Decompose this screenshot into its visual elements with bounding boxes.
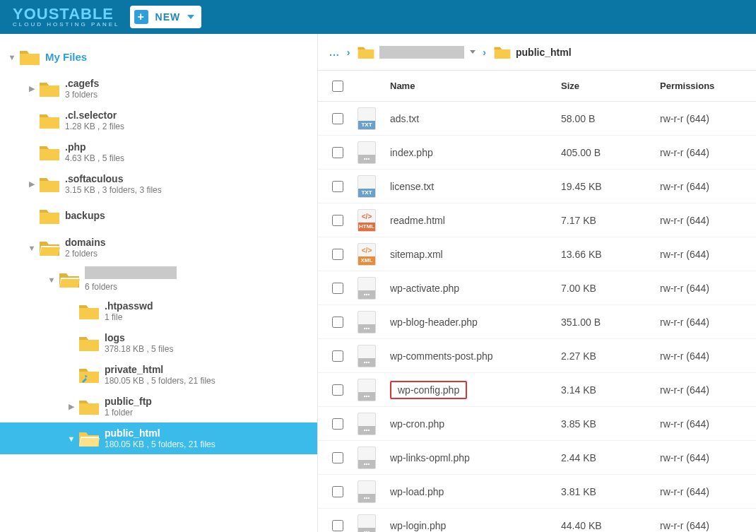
row-checkbox[interactable]: [332, 113, 343, 124]
tree-root[interactable]: ▼ My Files: [0, 41, 317, 73]
row-checkbox[interactable]: [332, 317, 343, 328]
file-icon: [358, 141, 376, 164]
tree-item[interactable]: .php4.63 KB , 5 files: [0, 136, 317, 168]
row-checkbox[interactable]: [332, 486, 343, 497]
chevron-down-icon[interactable]: ▼: [25, 244, 38, 252]
file-permissions: rw-r-r (644): [660, 486, 745, 497]
tree-item-name: .cl.selector: [65, 109, 124, 122]
tree-item[interactable]: ▶ .softaculous3.15 KB , 3 folders, 3 fil…: [0, 168, 317, 200]
table-row[interactable]: readme.html7.17 KBrw-r-r (644): [318, 203, 756, 237]
main-panel: ... › › public_html Name Size Permission…: [318, 34, 756, 532]
folder-icon: [58, 271, 81, 289]
column-header-size[interactable]: Size: [561, 81, 660, 91]
file-name: wp-config.php: [390, 381, 467, 399]
tree-item-name: .cagefs: [65, 77, 99, 90]
tree-item[interactable]: ▼ public_html180.05 KB , 5 folders, 21 f…: [0, 422, 317, 454]
file-icon: [358, 107, 376, 130]
breadcrumb-ellipsis[interactable]: ...: [329, 47, 340, 58]
folder-icon: [38, 143, 61, 162]
file-icon: [358, 243, 376, 266]
file-size: 19.45 KB: [561, 181, 660, 192]
table-row[interactable]: license.txt19.45 KBrw-r-r (644): [318, 170, 756, 203]
row-checkbox[interactable]: [332, 418, 343, 430]
header-bar: YOUSTABLE CLOUD HOSTING PANEL + NEW: [0, 0, 756, 34]
tree-item-meta: 3 folders: [65, 90, 99, 101]
tree-item[interactable]: .htpasswd1 file: [0, 295, 317, 327]
file-name: wp-links-opml.php: [390, 452, 470, 463]
folder-icon: [78, 398, 100, 416]
table-row[interactable]: wp-links-opml.php2.44 KBrw-r-r (644): [318, 441, 756, 475]
row-checkbox[interactable]: [332, 520, 343, 531]
table-row[interactable]: sitemap.xml13.66 KBrw-r-r (644): [318, 237, 756, 271]
tree-item[interactable]: logs378.18 KB , 5 files: [0, 327, 317, 359]
chevron-right-icon: ›: [347, 47, 350, 58]
tree-item[interactable]: ▶ .cagefs3 folders: [0, 73, 317, 105]
tree-item-meta: 2 folders: [65, 249, 106, 260]
table-row[interactable]: wp-activate.php7.00 KBrw-r-r (644): [318, 271, 756, 305]
row-checkbox[interactable]: [332, 181, 343, 192]
new-button[interactable]: + NEW: [130, 6, 202, 28]
tree-item-meta: 6 folders: [85, 282, 177, 293]
tree-item-meta: 3.15 KB , 3 folders, 3 files: [65, 185, 162, 196]
tree-item-meta: 1 file: [105, 312, 153, 324]
file-size: 58.00 B: [561, 113, 660, 124]
breadcrumb-domain[interactable]: [357, 45, 476, 60]
file-permissions: rw-r-r (644): [660, 283, 745, 294]
table-row[interactable]: wp-load.php3.81 KBrw-r-r (644): [318, 475, 756, 509]
chevron-right-icon[interactable]: ▶: [25, 179, 38, 189]
file-size: 3.85 KB: [561, 418, 660, 430]
table-row[interactable]: wp-login.php44.40 KBrw-r-r (644): [318, 509, 756, 532]
table-row[interactable]: wp-cron.php3.85 KBrw-r-r (644): [318, 407, 756, 441]
chevron-down-icon[interactable]: ▼: [45, 276, 58, 284]
table-row[interactable]: ads.txt58.00 Brw-r-r (644): [318, 102, 756, 136]
tree-item[interactable]: ▶ public_ftp1 folder: [0, 391, 317, 422]
chevron-down-icon[interactable]: ▼: [6, 53, 18, 61]
content: ▼ My Files ▶ .cagefs3 folders .cl.select…: [0, 34, 756, 532]
tree-item[interactable]: backups: [0, 200, 317, 232]
row-checkbox[interactable]: [332, 350, 343, 362]
file-name: wp-cron.php: [390, 418, 444, 430]
folder-icon: [357, 45, 375, 60]
breadcrumb-current-label: public_html: [516, 47, 572, 58]
folder-icon: [38, 112, 61, 130]
tree-item[interactable]: private_html180.05 KB , 5 folders, 21 fi…: [0, 359, 317, 391]
chevron-right-icon[interactable]: ▶: [25, 84, 38, 93]
tree-item[interactable]: .cl.selector1.28 KB , 2 files: [0, 105, 317, 136]
folder-icon: [493, 45, 512, 60]
row-checkbox[interactable]: [332, 452, 343, 463]
file-permissions: rw-r-r (644): [660, 350, 745, 362]
chevron-down-icon[interactable]: [470, 50, 476, 54]
file-name: wp-load.php: [390, 486, 444, 497]
file-name: index.php: [390, 147, 433, 158]
file-permissions: rw-r-r (644): [660, 384, 745, 396]
row-checkbox[interactable]: [332, 384, 343, 396]
file-permissions: rw-r-r (644): [660, 317, 745, 328]
select-all-checkbox[interactable]: [332, 81, 343, 92]
row-checkbox[interactable]: [332, 249, 343, 260]
tree-item[interactable]: ▼ 6 folders: [0, 264, 317, 295]
column-header-permissions[interactable]: Permissions: [660, 81, 745, 91]
table-row[interactable]: wp-comments-post.php2.27 KBrw-r-r (644): [318, 339, 756, 373]
chevron-down-icon[interactable]: ▼: [65, 435, 78, 443]
file-size: 13.66 KB: [561, 249, 660, 260]
file-size: 405.00 B: [561, 147, 660, 158]
tree-item-meta: 4.63 KB , 5 files: [65, 153, 124, 165]
table-row[interactable]: wp-blog-header.php351.00 Brw-r-r (644): [318, 305, 756, 339]
file-permissions: rw-r-r (644): [660, 113, 745, 124]
file-name: sitemap.xml: [390, 249, 443, 260]
file-name: readme.html: [390, 215, 445, 226]
redacted-label: [85, 266, 177, 279]
chevron-right-icon[interactable]: ▶: [65, 402, 78, 411]
table-row[interactable]: wp-config.php3.14 KBrw-r-r (644): [318, 373, 756, 407]
file-size: 351.00 B: [561, 317, 660, 328]
column-header-name[interactable]: Name: [390, 81, 561, 91]
breadcrumb-current[interactable]: public_html: [493, 45, 572, 60]
row-checkbox[interactable]: [332, 215, 343, 226]
table-row[interactable]: index.php405.00 Brw-r-r (644): [318, 136, 756, 170]
file-permissions: rw-r-r (644): [660, 418, 745, 430]
logo-main: YOUSTABLE: [13, 6, 120, 22]
tree-item[interactable]: ▼ domains2 folders: [0, 232, 317, 264]
tree-item-meta: 1 folder: [105, 408, 152, 419]
row-checkbox[interactable]: [332, 283, 343, 294]
row-checkbox[interactable]: [332, 147, 343, 158]
